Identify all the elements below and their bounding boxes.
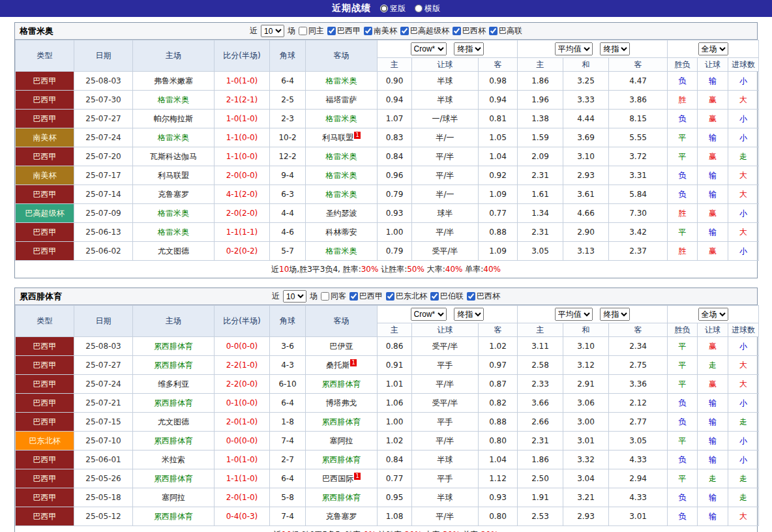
league-filter-checkbox[interactable]	[364, 27, 372, 35]
away-team[interactable]: 格雷米奥	[326, 114, 357, 123]
same-venue-filter[interactable]: 同客	[321, 291, 346, 302]
league-filter[interactable]: 巴西甲	[327, 25, 361, 37]
final-index-select[interactable]: 终指	[600, 308, 630, 321]
league-filter[interactable]: 巴东北杯	[386, 291, 427, 302]
away-team[interactable]: 累西腓体育	[322, 455, 361, 464]
ah-odds-group: Crow* 终指	[378, 40, 518, 58]
home-team[interactable]: 累西腓体育	[154, 436, 193, 445]
league-filter[interactable]: 巴伯联	[430, 291, 464, 302]
league-filter-checkbox[interactable]	[453, 27, 461, 35]
away-team[interactable]: 克鲁塞罗	[326, 512, 357, 521]
league-filter-checkbox[interactable]	[489, 27, 497, 35]
league-filter-checkbox[interactable]	[430, 292, 439, 301]
final-index-select[interactable]: 终指	[454, 42, 484, 55]
home-team[interactable]: 累西腓体育	[154, 361, 193, 370]
away-team[interactable]: 塞阿拉	[330, 436, 353, 445]
league-filter[interactable]: 巴高联	[489, 25, 522, 37]
bookmaker-select[interactable]: Crow*	[411, 42, 447, 55]
home-team[interactable]: 累西腓体育	[154, 398, 193, 407]
handicap-result: 输	[698, 432, 728, 451]
league-filter-checkbox[interactable]	[349, 292, 358, 301]
away-team[interactable]: 格雷米奥	[326, 76, 357, 85]
same-venue-checkbox[interactable]	[321, 292, 329, 301]
away-team-cell: 利马联盟1	[306, 128, 378, 147]
home-team[interactable]: 格雷米奥	[158, 228, 189, 237]
home-team[interactable]: 尤文图德	[158, 417, 189, 426]
league-filter[interactable]: 巴高超级杯	[400, 25, 449, 37]
away-team[interactable]: 福塔雷萨	[326, 95, 357, 104]
ah-away-odds: 0.92	[479, 166, 518, 185]
league-filter-checkbox[interactable]	[467, 292, 475, 301]
match-date: 25-05-26	[74, 469, 133, 488]
league-filter[interactable]: 巴西杯	[453, 25, 486, 37]
home-team[interactable]: 格雷米奥	[158, 133, 189, 142]
league-filter-checkbox[interactable]	[327, 27, 336, 35]
ah-handicap-line: 平/半	[412, 507, 479, 526]
away-team[interactable]: 博塔弗戈	[326, 398, 357, 407]
final-index-select[interactable]: 终指	[454, 308, 484, 321]
rank-badge: 1	[354, 132, 361, 139]
eu-draw-odds: 3.04	[563, 469, 609, 488]
home-team[interactable]: 利马联盟	[158, 171, 189, 180]
league-type-cell: 巴西甲	[16, 147, 74, 166]
away-team[interactable]: 圣约瑟波	[326, 209, 357, 218]
layout-horizontal-radio-label[interactable]: 横版	[415, 3, 440, 14]
same-venue-checkbox[interactable]	[299, 27, 307, 35]
corner-score: 6-4	[270, 72, 306, 91]
final-index-select[interactable]: 终指	[600, 42, 630, 55]
home-team[interactable]: 尤文图德	[158, 246, 189, 256]
away-team[interactable]: 桑托斯	[326, 361, 349, 370]
home-team[interactable]: 格雷米奥	[158, 95, 189, 104]
match-count-select[interactable]: 10	[261, 25, 284, 37]
home-team[interactable]: 累西腓体育	[154, 512, 193, 521]
home-team[interactable]: 累西腓体育	[154, 474, 193, 483]
away-team[interactable]: 巴伊亚	[330, 342, 353, 351]
match-score: 2-0(1-0)	[215, 413, 270, 432]
away-team[interactable]: 格雷米奥	[326, 190, 357, 199]
league-filter[interactable]: 南美杯	[364, 25, 397, 37]
layout-vertical-radio-label[interactable]: 竖版	[380, 3, 406, 14]
layout-vertical-radio[interactable]	[380, 5, 388, 12]
corner-score: 1-8	[270, 413, 306, 432]
away-team[interactable]: 累西腓体育	[322, 493, 361, 502]
away-team[interactable]: 格雷米奥	[326, 246, 357, 256]
home-team[interactable]: 米拉索	[162, 455, 185, 464]
ah-away-odds: 0.81	[479, 110, 518, 128]
away-team-cell: 格雷米奥	[306, 147, 378, 166]
handicap-result: 走	[698, 356, 728, 375]
scope-select[interactable]: 全场	[698, 308, 728, 321]
away-team[interactable]: 格雷米奥	[326, 152, 357, 161]
home-team[interactable]: 塞阿拉	[162, 493, 185, 502]
home-team[interactable]: 累西腓体育	[154, 342, 193, 351]
home-team[interactable]: 瓦斯科达伽马	[150, 152, 197, 161]
away-team[interactable]: 利马联盟	[322, 133, 353, 142]
home-team[interactable]: 克鲁塞罗	[158, 190, 189, 199]
match-score: 0-0(0-0)	[215, 337, 270, 356]
home-team[interactable]: 弗鲁米嫩塞	[154, 76, 193, 85]
same-venue-filter[interactable]: 同主	[299, 25, 324, 37]
league-filter-checkbox[interactable]	[400, 27, 409, 35]
home-team[interactable]: 维多利亚	[158, 379, 189, 389]
eu-home-odds: 2.53	[518, 507, 563, 526]
league-filter[interactable]: 巴西杯	[467, 291, 500, 302]
layout-horizontal-radio[interactable]	[415, 5, 423, 12]
home-team[interactable]: 格雷米奥	[158, 209, 189, 218]
scope-select[interactable]: 全场	[698, 42, 728, 55]
league-filter[interactable]: 巴西甲	[349, 291, 383, 302]
away-team[interactable]: 累西腓体育	[322, 417, 361, 426]
away-team[interactable]: 科林蒂安	[326, 228, 357, 237]
away-team[interactable]: 巴西国际	[322, 474, 353, 483]
bookmaker-select[interactable]: Crow*	[411, 308, 447, 321]
average-select[interactable]: 平均值	[555, 42, 593, 55]
col-eu-home: 主	[518, 323, 563, 337]
away-team[interactable]: 累西腓体育	[322, 379, 361, 389]
average-select[interactable]: 平均值	[555, 308, 593, 321]
match-count-select[interactable]: 10	[283, 290, 306, 303]
ah-away-odds: 0.93	[479, 488, 518, 507]
ah-home-odds: 1.02	[378, 432, 412, 451]
goals-result: 小	[728, 204, 759, 223]
handicap-result: 赢	[698, 91, 728, 110]
away-team[interactable]: 格雷米奥	[326, 171, 357, 180]
league-filter-checkbox[interactable]	[386, 292, 394, 301]
home-team[interactable]: 帕尔梅拉斯	[154, 114, 193, 123]
